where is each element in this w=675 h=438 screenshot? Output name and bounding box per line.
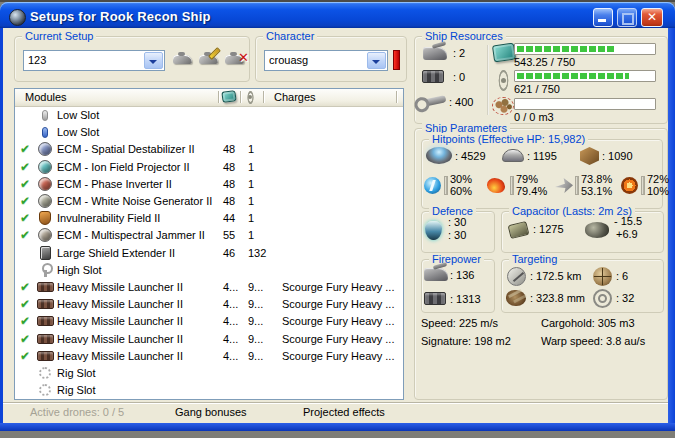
em-resist-shield: 30% bbox=[450, 173, 472, 185]
charges-column-header[interactable]: Charges bbox=[274, 91, 316, 103]
current-setup-combobox[interactable]: 123 bbox=[23, 50, 165, 71]
powergrid-bar bbox=[514, 70, 656, 82]
module-cpu-value: 48 bbox=[223, 161, 235, 173]
capacitor-recharge: +6.9 bbox=[616, 228, 638, 240]
minimize-button[interactable] bbox=[593, 8, 613, 27]
app-icon bbox=[9, 9, 26, 26]
fitted-check-icon: ✔ bbox=[20, 228, 34, 242]
module-name: Heavy Missile Launcher II bbox=[57, 298, 183, 310]
chevron-down-icon[interactable] bbox=[144, 52, 163, 69]
delete-setup-button[interactable] bbox=[225, 51, 247, 68]
module-row[interactable]: ✔ ECM - Ion Field Projector II 48 1 bbox=[15, 159, 403, 176]
capacitor-drain: - 15.5 bbox=[614, 215, 642, 227]
calibration-value: : 400 bbox=[449, 96, 473, 108]
module-row[interactable]: High Slot bbox=[15, 262, 403, 279]
module-name: Heavy Missile Launcher II bbox=[57, 333, 183, 345]
module-row[interactable]: ✔ Heavy Missile Launcher II 4... 9... Sc… bbox=[15, 313, 403, 330]
fitted-check-icon: ✔ bbox=[20, 142, 34, 156]
module-row[interactable]: ✔ Heavy Missile Launcher II 4... 9... Sc… bbox=[15, 331, 403, 348]
em-resist-icon bbox=[424, 177, 441, 194]
screenshot-root: Setups for Rook Recon Ship ✕ Current Set… bbox=[0, 0, 675, 438]
em-resist-armor: 60% bbox=[450, 185, 472, 197]
gang-bonuses-label[interactable]: Gang bonuses bbox=[175, 406, 247, 418]
fitted-check-icon: ✔ bbox=[20, 314, 34, 328]
divider bbox=[444, 176, 448, 195]
module-qty-value: 9... bbox=[248, 298, 263, 310]
new-setup-button[interactable] bbox=[173, 51, 195, 68]
module-charge-name: Scourge Fury Heavy ... bbox=[282, 298, 395, 310]
module-row[interactable]: ✔ ECM - Multispectral Jammer II 55 1 bbox=[15, 227, 403, 244]
cpu-usage-value: 543.25 / 750 bbox=[514, 56, 575, 68]
divider bbox=[487, 45, 489, 115]
module-row[interactable]: Low Slot bbox=[15, 124, 403, 141]
module-row[interactable]: Rig Slot bbox=[15, 365, 403, 382]
module-name: Low Slot bbox=[57, 126, 99, 138]
module-row[interactable]: ✔ ECM - Spatial Destabilizer II 48 1 bbox=[15, 141, 403, 158]
scan-resolution-icon bbox=[506, 290, 526, 306]
module-row[interactable]: ✔ Invulnerability Field II 44 1 bbox=[15, 210, 403, 227]
module-icon bbox=[37, 246, 53, 261]
module-icon bbox=[37, 280, 53, 295]
window-titlebar[interactable]: Setups for Rook Recon Ship ✕ bbox=[0, 2, 675, 28]
module-cpu-value: 48 bbox=[223, 195, 235, 207]
signature-stat: Signature: 198 m2 bbox=[421, 335, 511, 347]
module-name: ECM - White Noise Generator II bbox=[57, 195, 212, 207]
module-name: ECM - Multispectral Jammer II bbox=[57, 229, 205, 241]
fitted-check-icon: ✔ bbox=[20, 160, 34, 174]
kinetic-resist-armor: 53.1% bbox=[581, 185, 612, 197]
module-name: High Slot bbox=[57, 264, 102, 276]
modules-column-header[interactable]: Modules bbox=[25, 91, 67, 103]
module-qty-value: 1 bbox=[248, 229, 254, 241]
window-border-right bbox=[668, 28, 675, 423]
targeting-label: Targeting bbox=[509, 253, 560, 266]
sensor-strength-icon bbox=[593, 289, 612, 308]
fitted-check-icon: ✔ bbox=[20, 332, 34, 346]
module-name: Rig Slot bbox=[57, 384, 96, 396]
armor-hp-value: : 1195 bbox=[527, 150, 557, 162]
modules-panel: Modules Charges Low Slot Low Slot ✔ ECM … bbox=[14, 88, 404, 400]
module-name: ECM - Ion Field Projector II bbox=[57, 161, 190, 173]
divider bbox=[3, 402, 668, 404]
maximize-button[interactable] bbox=[617, 8, 637, 27]
module-row[interactable]: ✔ ECM - Phase Inverter II 48 1 bbox=[15, 176, 403, 193]
module-row[interactable]: Rig Slot bbox=[15, 382, 403, 399]
module-row[interactable]: Large Shield Extender II 46 132 bbox=[15, 245, 403, 262]
module-qty-value: 1 bbox=[248, 143, 254, 155]
module-row[interactable]: ✔ ECM - White Noise Generator II 48 1 bbox=[15, 193, 403, 210]
module-icon bbox=[37, 108, 53, 123]
defence-shield-icon bbox=[425, 221, 442, 240]
fitted-check-icon: ✔ bbox=[20, 211, 34, 225]
divider bbox=[510, 176, 514, 195]
module-name: Heavy Missile Launcher II bbox=[57, 281, 183, 293]
module-qty-value: 9... bbox=[248, 315, 263, 327]
firepower-dps: : 136 bbox=[450, 269, 474, 281]
module-charge-name: Scourge Fury Heavy ... bbox=[282, 281, 395, 293]
module-icon bbox=[37, 349, 53, 364]
module-row[interactable]: ✔ Heavy Missile Launcher II 4... 9... Sc… bbox=[15, 348, 403, 365]
volley-icon bbox=[424, 292, 446, 305]
explosive-resist-armor: 10% bbox=[647, 185, 669, 197]
character-combobox[interactable]: crouasg bbox=[264, 50, 388, 71]
calibration-icon bbox=[418, 95, 447, 108]
divider bbox=[641, 176, 645, 195]
module-charge-name: Scourge Fury Heavy ... bbox=[282, 333, 395, 345]
module-cpu-value: 4... bbox=[223, 298, 238, 310]
module-icon bbox=[37, 366, 53, 381]
module-charge-name: Scourge Fury Heavy ... bbox=[282, 350, 395, 362]
powergrid-column-icon[interactable] bbox=[244, 91, 257, 104]
thermal-resist-shield: 79% bbox=[516, 173, 538, 185]
firepower-volley: : 1313 bbox=[450, 293, 481, 305]
module-cpu-value: 46 bbox=[223, 247, 235, 259]
chevron-down-icon[interactable] bbox=[367, 52, 386, 69]
defence-value-1: : 30 bbox=[448, 216, 466, 228]
module-row[interactable]: ✔ Heavy Missile Launcher II 4... 9... Sc… bbox=[15, 296, 403, 313]
module-row[interactable]: ✔ Heavy Missile Launcher II 4... 9... Sc… bbox=[15, 279, 403, 296]
capacitor-amount: : 1275 bbox=[533, 223, 564, 235]
modules-list: Low Slot Low Slot ✔ ECM - Spatial Destab… bbox=[15, 107, 403, 399]
module-row[interactable]: Low Slot bbox=[15, 107, 403, 124]
thermal-resist-icon bbox=[487, 178, 505, 193]
projected-effects-label[interactable]: Projected effects bbox=[303, 406, 385, 418]
close-button[interactable]: ✕ bbox=[641, 8, 663, 27]
cpu-column-icon[interactable] bbox=[221, 90, 236, 103]
edit-setup-button[interactable] bbox=[199, 51, 221, 68]
